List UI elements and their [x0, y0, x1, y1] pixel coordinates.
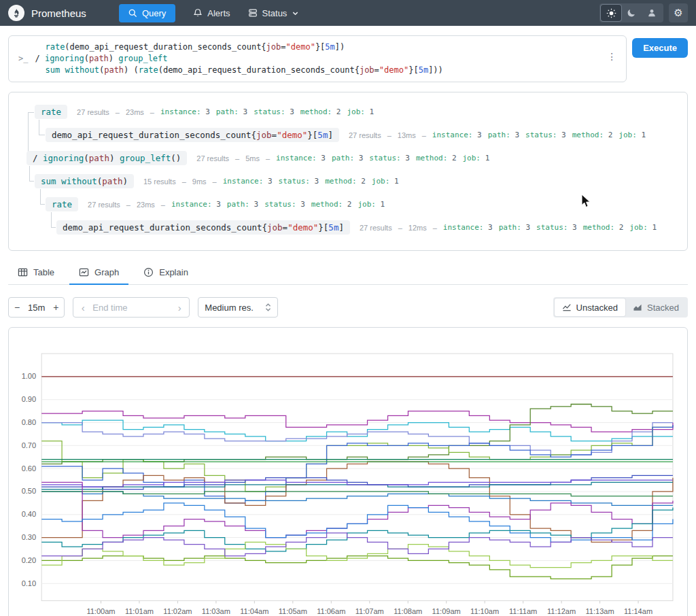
tree-node[interactable]: rate: [35, 105, 67, 119]
code-token: /: [35, 54, 44, 63]
terminal-prompt-icon: >_: [16, 41, 35, 76]
tree-node[interactable]: rate: [46, 197, 78, 211]
svg-text:0.40: 0.40: [22, 510, 36, 518]
tree-node-row: demo_api_request_duration_seconds_count{…: [46, 128, 646, 142]
tree-node[interactable]: sum without(path): [35, 174, 134, 188]
settings-button[interactable]: ⚙: [669, 3, 688, 22]
code-token: rate: [52, 199, 72, 209]
nav-query-button[interactable]: Query: [119, 4, 175, 22]
sun-icon: [606, 8, 616, 18]
label-cardinality: status: 3: [264, 200, 305, 209]
nav-alerts-button[interactable]: Alerts: [193, 8, 230, 18]
code-token: }: [307, 130, 313, 140]
code-token: 5m: [317, 130, 328, 140]
label-cardinality: job: 1: [629, 223, 657, 232]
stat-text: –: [150, 108, 154, 116]
tree-node-row: sum without(path)15 results–9ms–instance…: [35, 174, 399, 188]
execute-button[interactable]: Execute: [632, 38, 688, 58]
svg-text:0.90: 0.90: [22, 395, 36, 403]
code-token: without: [61, 176, 97, 186]
code-token: }: [318, 222, 324, 233]
code-token: group_left: [118, 54, 167, 63]
moon-icon: [627, 8, 636, 18]
code-token: rate: [139, 65, 158, 75]
label-cardinality: job: 1: [619, 131, 646, 139]
time-forward-button[interactable]: ›: [170, 302, 189, 313]
series-line: [41, 482, 673, 537]
info-icon: [143, 267, 154, 277]
code-line[interactable]: rate(demo_api_request_duration_seconds_c…: [35, 41, 602, 53]
brand[interactable]: Prometheus: [8, 5, 86, 21]
code-token: path: [89, 54, 109, 63]
tab-table[interactable]: Table: [8, 262, 64, 284]
theme-dark-button[interactable]: [621, 5, 642, 21]
stacked-option[interactable]: Stacked: [625, 298, 686, 316]
stat-text: 23ms: [137, 201, 155, 209]
code-line[interactable]: / ignoring(path) group_left: [35, 53, 602, 65]
code-token: ]: [328, 130, 333, 140]
prometheus-logo-icon: [8, 5, 24, 21]
tree-node[interactable]: demo_api_request_duration_seconds_count{…: [46, 128, 339, 142]
label-cardinality: method: 2: [325, 177, 366, 186]
time-back-button[interactable]: ‹: [73, 302, 92, 313]
tab-graph[interactable]: Graph: [69, 262, 128, 284]
series-line: [41, 480, 673, 487]
tree-node[interactable]: / ignoring(path) group_left(): [27, 151, 187, 165]
series-line: [41, 462, 673, 542]
stat-text: 27 results: [88, 201, 120, 209]
code-token: /: [33, 153, 43, 163]
tab-explain[interactable]: Explain: [134, 262, 198, 284]
graph-panel: 1.000.900.800.700.600.500.400.300.200.10…: [8, 327, 688, 616]
stat-text: 13ms: [398, 131, 416, 139]
resolution-select[interactable]: Medium res.: [198, 297, 278, 318]
tree-connector: [29, 166, 34, 182]
svg-text:11:01am: 11:01am: [125, 607, 154, 615]
stat-text: –: [422, 131, 426, 139]
tree-node[interactable]: demo_api_request_duration_seconds_count{…: [56, 220, 350, 235]
code-token: "demo": [286, 42, 315, 52]
gear-icon: ⚙: [674, 7, 682, 19]
series-line: [41, 556, 673, 579]
svg-text:1.00: 1.00: [22, 372, 36, 380]
svg-text:0.80: 0.80: [22, 418, 36, 426]
database-icon: [248, 8, 258, 18]
promql-editor[interactable]: >_ rate(demo_api_request_duration_second…: [8, 35, 627, 82]
tree-node-row: rate27 results–23ms–instance: 3path: 3st…: [35, 105, 374, 119]
end-time-input[interactable]: [92, 303, 170, 313]
theme-light-button[interactable]: [601, 5, 621, 21]
promql-expression[interactable]: rate(demo_api_request_duration_seconds_c…: [35, 41, 602, 76]
code-token: path: [102, 176, 122, 186]
label-cardinality: path: 3: [499, 223, 530, 232]
stat-text: 9ms: [192, 177, 207, 186]
code-line[interactable]: sum without(path) (rate(demo_api_request…: [35, 65, 602, 76]
series-line: [41, 533, 673, 556]
svg-text:11:12am: 11:12am: [547, 607, 576, 615]
code-token: demo_api_request_duration_seconds_count: [163, 65, 355, 75]
series-line: [41, 411, 673, 432]
stat-text: –: [235, 154, 239, 162]
svg-text:11:11am: 11:11am: [509, 607, 537, 615]
range-value[interactable]: 15m: [25, 303, 48, 313]
unstacked-option[interactable]: Unstacked: [555, 298, 625, 316]
tree-node-row: / ignoring(path) group_left()27 results–…: [27, 151, 489, 165]
theme-switcher: [599, 3, 663, 22]
code-token: {: [251, 130, 257, 140]
range-increase-button[interactable]: +: [48, 302, 64, 313]
chevron-down-icon: [292, 10, 299, 17]
code-token: rate: [41, 107, 61, 117]
range-decrease-button[interactable]: −: [9, 302, 25, 313]
code-token: path: [89, 153, 109, 163]
code-token: job: [267, 222, 283, 233]
svg-text:11:02am: 11:02am: [163, 607, 192, 615]
nav-status-menu[interactable]: Status: [248, 8, 300, 18]
time-series-chart[interactable]: 1.000.900.800.700.600.500.400.300.200.10…: [13, 337, 683, 616]
label-cardinality: job: 1: [347, 107, 374, 116]
theme-system-button[interactable]: [642, 5, 662, 21]
tree-connector: [40, 189, 45, 205]
label-cardinality: instance: 3: [443, 223, 493, 232]
editor-menu-button[interactable]: ⋮: [602, 41, 619, 76]
code-token: (: [158, 65, 163, 75]
code-token: ]: [338, 222, 344, 233]
bell-icon: [193, 8, 203, 18]
code-token: ): [340, 42, 345, 52]
